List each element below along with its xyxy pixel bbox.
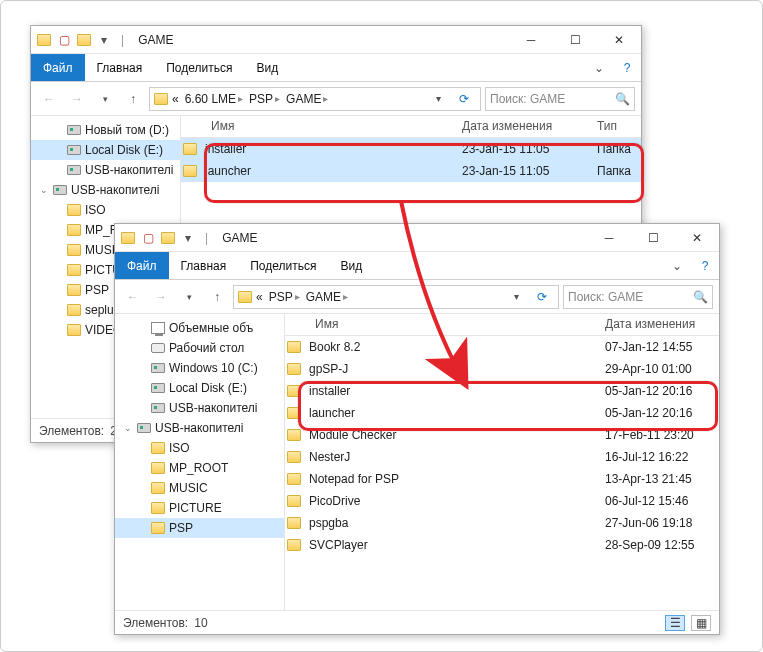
tree-item-label: ISO [169,441,190,455]
tree-item[interactable]: MUSIC [115,478,284,498]
file-row[interactable]: Module Checker17-Feb-11 23:20 [285,424,719,446]
tree-item[interactable]: PSP [115,518,284,538]
minimize-button[interactable]: ─ [509,26,553,54]
view-details-icon[interactable]: ☰ [665,615,685,631]
file-row[interactable]: PicoDrive06-Jul-12 15:46 [285,490,719,512]
tab-home[interactable]: Главная [169,252,239,279]
breadcrumb-dropdown-icon[interactable]: ▾ [504,285,528,309]
crumb-prefix[interactable]: « [170,92,181,106]
status-label: Элементов: [123,616,188,630]
tab-view[interactable]: Вид [244,54,290,81]
explorer-window-target[interactable]: ▢ ▾ | GAME ─ ☐ ✕ Файл Главная Поделиться… [114,223,720,635]
tab-file[interactable]: Файл [115,252,169,279]
tree-item[interactable]: ISO [115,438,284,458]
qat-properties-icon[interactable]: ▢ [141,231,155,245]
nav-up-icon[interactable]: ↑ [121,87,145,111]
qat-new-folder-icon[interactable] [77,33,91,47]
tab-home[interactable]: Главная [85,54,155,81]
file-row[interactable]: gpSP-J29-Apr-10 01:00 [285,358,719,380]
tree-item[interactable]: Windows 10 (C:) [115,358,284,378]
ribbon-collapse-icon[interactable]: ⌄ [663,252,691,279]
refresh-icon[interactable]: ⟳ [530,285,554,309]
col-date[interactable]: Дата изменения [599,314,719,335]
tree-item[interactable]: Объемные объ [115,318,284,338]
refresh-icon[interactable]: ⟳ [452,87,476,111]
expand-icon[interactable]: ⌄ [123,423,133,433]
qat-properties-icon[interactable]: ▢ [57,33,71,47]
tree-item[interactable]: USB-накопителі [31,160,180,180]
tree-item[interactable]: ⌄USB-накопителі [31,180,180,200]
titlebar[interactable]: ▢ ▾ | GAME ─ ☐ ✕ [115,224,719,252]
file-row[interactable]: launcher23-Jan-15 11:05Папка [181,160,641,182]
col-date[interactable]: Дата изменения [456,116,591,137]
window-title: GAME [138,33,173,47]
breadcrumb-dropdown-icon[interactable]: ▾ [426,87,450,111]
tree-item[interactable]: MP_ROOT [115,458,284,478]
folder-icon [285,363,303,375]
file-row[interactable]: launcher05-Jan-12 20:16 [285,402,719,424]
titlebar[interactable]: ▢ ▾ | GAME ─ ☐ ✕ [31,26,641,54]
maximize-button[interactable]: ☐ [631,224,675,252]
file-date: 05-Jan-12 20:16 [599,404,719,422]
tree-item[interactable]: Local Disk (E:) [115,378,284,398]
breadcrumb[interactable]: « 6.60 LME ▸ PSP ▸ GAME ▸ ▾ ⟳ [149,87,481,111]
tree-item[interactable]: Новый том (D:) [31,120,180,140]
maximize-button[interactable]: ☐ [553,26,597,54]
search-input[interactable]: Поиск: GAME 🔍 [563,285,713,309]
crumb[interactable]: 6.60 LME ▸ [183,92,245,106]
file-row[interactable]: SVCPlayer28-Sep-09 12:55 [285,534,719,556]
nav-tree[interactable]: Объемные объРабочий столWindows 10 (C:)L… [115,314,285,610]
file-row[interactable]: installer05-Jan-12 20:16 [285,380,719,402]
tab-file[interactable]: Файл [31,54,85,81]
column-headers[interactable]: Имя Дата изменения [285,314,719,336]
nav-up-icon[interactable]: ↑ [205,285,229,309]
crumb[interactable]: PSP ▸ [247,92,282,106]
expand-icon[interactable]: ⌄ [39,185,49,195]
minimize-button[interactable]: ─ [587,224,631,252]
col-name[interactable]: Имя [181,116,456,137]
tab-share[interactable]: Поделиться [154,54,244,81]
ribbon-collapse-icon[interactable]: ⌄ [585,54,613,81]
qat-dropdown-icon[interactable]: ▾ [97,33,111,47]
tree-item[interactable]: Local Disk (E:) [31,140,180,160]
search-icon[interactable]: 🔍 [615,92,630,106]
tree-item[interactable]: PICTURE [115,498,284,518]
tree-item[interactable]: Рабочий стол [115,338,284,358]
nav-history-icon[interactable]: ▾ [93,87,117,111]
tree-item[interactable]: ⌄USB-накопителі [115,418,284,438]
close-button[interactable]: ✕ [675,224,719,252]
tab-share[interactable]: Поделиться [238,252,328,279]
crumb[interactable]: GAME ▸ [304,290,350,304]
close-button[interactable]: ✕ [597,26,641,54]
nav-forward-icon[interactable]: → [149,285,173,309]
tree-item[interactable]: ISO [31,200,180,220]
col-type[interactable]: Тип [591,116,641,137]
qat-new-folder-icon[interactable] [161,231,175,245]
crumb-prefix[interactable]: « [254,290,265,304]
file-list[interactable]: Имя Дата изменения Bookr 8.207-Jan-12 14… [285,314,719,610]
file-row[interactable]: pspgba27-Jun-06 19:18 [285,512,719,534]
column-headers[interactable]: Имя Дата изменения Тип [181,116,641,138]
crumb[interactable]: PSP ▸ [267,290,302,304]
file-row[interactable]: installer23-Jan-15 11:05Папка [181,138,641,160]
breadcrumb[interactable]: « PSP ▸ GAME ▸ ▾ ⟳ [233,285,559,309]
nav-back-icon[interactable]: ← [37,87,61,111]
tree-item-label: USB-накопителі [155,421,244,435]
nav-back-icon[interactable]: ← [121,285,145,309]
nav-forward-icon[interactable]: → [65,87,89,111]
crumb[interactable]: GAME ▸ [284,92,330,106]
col-name[interactable]: Имя [285,314,599,335]
file-row[interactable]: NesterJ16-Jul-12 16:22 [285,446,719,468]
file-row[interactable]: Notepad for PSP13-Apr-13 21:45 [285,468,719,490]
help-icon[interactable]: ? [691,252,719,279]
search-icon[interactable]: 🔍 [693,290,708,304]
nav-history-icon[interactable]: ▾ [177,285,201,309]
file-row[interactable]: Bookr 8.207-Jan-12 14:55 [285,336,719,358]
view-large-icon[interactable]: ▦ [691,615,711,631]
search-input[interactable]: Поиск: GAME 🔍 [485,87,635,111]
tree-item[interactable]: USB-накопителі [115,398,284,418]
help-icon[interactable]: ? [613,54,641,81]
tab-view[interactable]: Вид [328,252,374,279]
qat-dropdown-icon[interactable]: ▾ [181,231,195,245]
folder-icon [151,502,165,514]
